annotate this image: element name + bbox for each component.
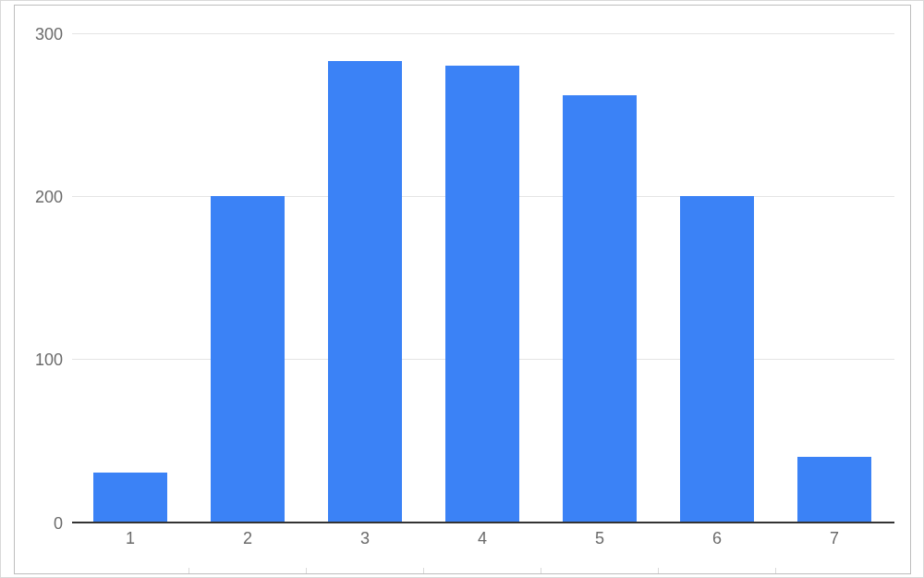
x-minor-tick [188,568,189,573]
x-tick-label: 7 [830,529,839,548]
bar-1 [93,473,167,522]
x-tick-label: 6 [712,529,722,548]
plot-area: 300 200 100 0 1 2 3 4 [72,33,894,522]
x-tick-label: 5 [595,529,604,548]
bar-6 [680,196,754,522]
sheet-border: 300 200 100 0 1 2 3 4 [0,0,924,578]
x-minor-tick [775,568,776,573]
y-tick-label: 100 [35,350,63,370]
x-minor-tick [423,568,424,573]
bar-5 [563,95,637,522]
x-tick-label: 3 [360,529,370,548]
x-axis-baseline: 0 [72,522,894,523]
bar-3 [328,61,402,522]
x-tick-label: 4 [478,529,487,548]
y-tick-label: 200 [35,188,63,207]
chart-frame: 300 200 100 0 1 2 3 4 [14,5,911,574]
gridline-300: 300 [72,33,894,34]
x-tick-label: 1 [126,529,135,548]
bar-4 [445,66,519,522]
x-minor-tick [306,568,307,573]
y-tick-label: 300 [35,25,63,44]
bar-2 [211,196,285,522]
y-tick-label: 0 [54,514,63,534]
x-minor-tick [658,568,659,573]
bar-7 [797,457,871,522]
x-minor-tick [541,568,541,573]
x-tick-label: 2 [243,529,252,548]
